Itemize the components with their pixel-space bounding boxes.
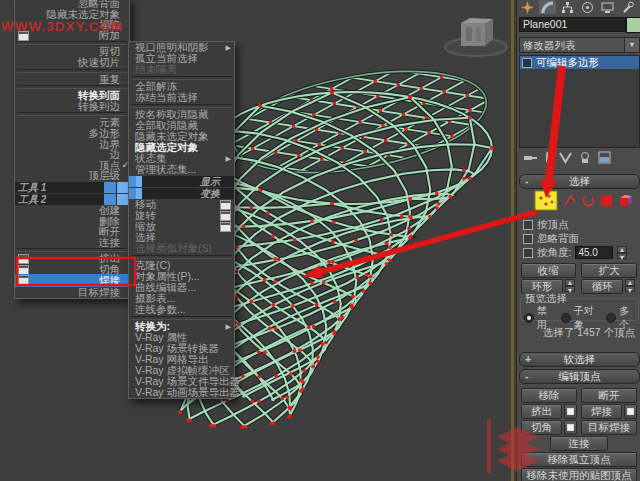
checkbox-icon[interactable] [523, 248, 533, 258]
chevron-down-icon[interactable]: ▼ [624, 38, 639, 52]
polygon-subobject-icon[interactable] [600, 194, 614, 207]
quad-menu-header: 工具 1 [15, 182, 129, 193]
collapse-icon: - [525, 175, 529, 188]
quad-menu-header-label: 工具 2 [18, 194, 46, 205]
quad-item-freeze-selection[interactable]: 冻结当前选择 [129, 92, 234, 103]
by-angle-row: 按角度: 45.0 [523, 247, 637, 258]
radio-icon[interactable] [561, 313, 571, 323]
subobject-icon-row [517, 190, 640, 214]
ignore-backfacing-checkbox[interactable]: 忽略背面 [523, 233, 579, 244]
tab-utilities[interactable] [619, 0, 636, 14]
radio-icon[interactable] [606, 313, 616, 323]
quad-menu-item-label: 切角 [99, 263, 120, 275]
3dsmax-window: { "colors":{ "viewport_bg":"#3e3e3e","pa… [0, 0, 640, 481]
settings-box-icon[interactable] [18, 254, 29, 264]
command-panel-tabs [519, 0, 639, 14]
by-vertex-checkbox[interactable]: 按顶点 [523, 219, 569, 230]
quad-item-connect[interactable]: 连接 [15, 237, 129, 248]
quad-item-quickslice[interactable]: 快速切片 [15, 57, 129, 68]
watermark-text: WWW.3DXY.COM [1, 19, 123, 34]
angle-value-field[interactable]: 45.0 [575, 246, 613, 259]
collapse-icon: - [525, 370, 529, 383]
quad-item-target-weld[interactable]: 目标焊接 [15, 287, 129, 298]
pin-stack-icon[interactable] [523, 151, 537, 164]
rollout-soft-selection[interactable]: + 软选择 [519, 352, 640, 367]
loop-spinner[interactable] [625, 279, 635, 292]
rollout-label: 选择 [569, 175, 590, 187]
shrink-button[interactable]: 收缩 [521, 263, 576, 278]
loop-button[interactable]: 循环 [581, 279, 623, 294]
tab-create[interactable] [519, 0, 536, 14]
quad-menu-item-label: 目标焊接 [78, 286, 120, 298]
quad-menu-item-label: 冻结当前选择 [135, 91, 198, 103]
stack-toolbar [519, 149, 640, 166]
expand-icon[interactable] [522, 58, 532, 68]
quad-item-select-similar[interactable]: 选择类似对象(S) [129, 243, 234, 254]
quad-menu-item-label: 管理状态集... [135, 163, 196, 175]
weld-button[interactable]: 焊接 [581, 404, 622, 419]
configure-modifier-sets-icon[interactable] [598, 151, 611, 164]
rollout-selection[interactable]: - 选择 [519, 174, 640, 189]
quad-menu-item-label: 结束隔离 [135, 63, 177, 75]
settings-box-icon[interactable] [220, 211, 231, 221]
rollout-edit-vertices[interactable]: - 编辑顶点 [519, 369, 640, 384]
quad-menu-item-label: 快速切片 [78, 56, 120, 68]
quad-menu-item-label: 选择类似对象(S) [135, 242, 212, 254]
angle-spinner[interactable] [617, 246, 627, 259]
checkbox-icon[interactable] [523, 220, 533, 230]
settings-box-icon[interactable] [220, 222, 231, 232]
quad-item-vray-anim-exporter[interactable]: V-Ray 动画场景导出器 [129, 387, 234, 398]
quad-menu-header: 显示 [129, 176, 234, 187]
settings-box-icon[interactable] [18, 265, 29, 275]
checkbox-icon[interactable] [523, 234, 533, 244]
make-unique-icon[interactable] [559, 151, 572, 164]
quad-indicator-square [136, 176, 142, 187]
stack-item-label: 可编辑多边形 [536, 56, 599, 68]
remove-button[interactable]: 移除 [521, 388, 577, 403]
edit-vertices-row: 移除断开 [517, 388, 640, 401]
quad-item-wire-parameters[interactable]: 连线参数... [129, 304, 234, 315]
tab-modify[interactable] [539, 0, 556, 14]
radio-icon[interactable] [524, 313, 534, 323]
quad-menu-item-label: 顶层级 [89, 169, 121, 181]
object-name-field[interactable]: Plane001 [519, 17, 626, 32]
quad-menu-item-label: 转换到边 [78, 100, 120, 112]
settings-box-button[interactable] [564, 404, 577, 419]
quad-item-manage-state-sets[interactable]: 管理状态集... [129, 164, 234, 175]
quad-menu-item-label: 重复 [99, 73, 120, 85]
stack-item-editable-poly[interactable]: 可编辑多边形 [520, 56, 639, 69]
quad-item-end-isolate[interactable]: 结束隔离 [129, 64, 234, 75]
quad-item-repeat-last[interactable]: 重复 [15, 74, 129, 85]
command-panel: Plane001 修改器列表 ▼ 可编辑多边形 - 选择 [516, 0, 640, 481]
settings-box-icon[interactable] [220, 200, 231, 210]
settings-box-button[interactable] [624, 404, 637, 419]
quad-item-convert-to-edge[interactable]: 转换到边 [15, 101, 129, 112]
element-subobject-icon[interactable] [618, 193, 635, 207]
tab-motion[interactable] [579, 0, 596, 14]
quad-menu-item-label: 连线参数... [135, 303, 186, 315]
modifier-list-dropdown[interactable]: 修改器列表 [523, 39, 576, 53]
modifier-stack: 可编辑多边形 [519, 55, 640, 148]
quad-item-top-level[interactable]: 顶层级 [15, 170, 129, 181]
show-end-result-icon[interactable] [544, 151, 552, 164]
ring-spinner[interactable] [565, 279, 575, 292]
target-weld-button[interactable]: 目标焊接 [581, 420, 637, 435]
remove-modifier-icon[interactable] [579, 151, 591, 164]
object-color-swatch[interactable] [626, 17, 640, 33]
tab-hierarchy[interactable] [559, 0, 576, 14]
border-subobject-icon[interactable] [581, 194, 597, 207]
quad-menu-header-label: 显示 [200, 176, 220, 187]
submenu-arrow-icon: ▶ [226, 42, 231, 53]
vertex-subobject-icon[interactable] [534, 190, 558, 211]
grow-button[interactable]: 扩大 [581, 263, 637, 278]
tab-display[interactable] [599, 0, 616, 14]
viewport-active-border [511, 0, 514, 481]
quad-indicator-square [104, 182, 116, 193]
quad-item-chamfer[interactable]: 切角 [15, 264, 129, 275]
connect-button[interactable]: 连接 [550, 436, 608, 451]
break-button[interactable]: 断开 [581, 388, 637, 403]
edge-subobject-icon[interactable] [563, 194, 579, 207]
settings-box-button[interactable] [564, 420, 577, 435]
settings-box-icon[interactable] [18, 275, 29, 285]
submenu-arrow-icon: ▶ [226, 153, 231, 164]
